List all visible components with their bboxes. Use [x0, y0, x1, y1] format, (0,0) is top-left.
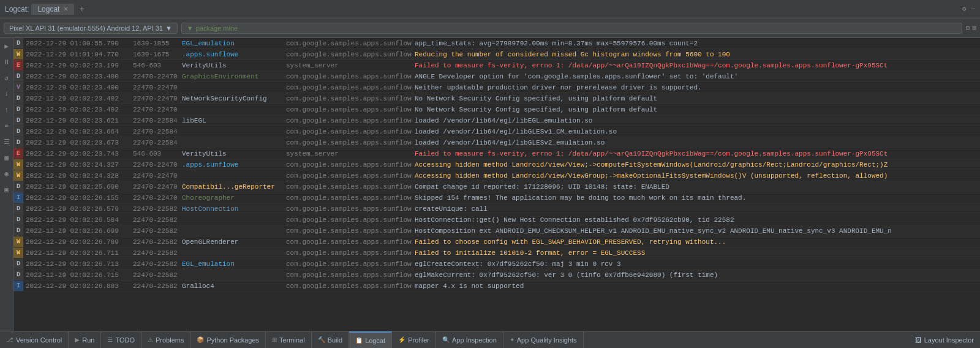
log-level: W: [13, 170, 23, 181]
grid-button[interactable]: ▦: [1, 152, 12, 163]
video-button[interactable]: ▣: [1, 184, 12, 195]
device-selector[interactable]: Pixel XL API 31 (emulator-5554) Android …: [4, 23, 178, 34]
log-tag: Gralloc4: [179, 281, 284, 291]
table-row[interactable]: D 2022-12-29 02:02:23.402 22470-22470 co…: [13, 104, 980, 115]
log-message: createUnique: call: [412, 203, 980, 214]
status-label: TODO: [115, 336, 135, 344]
table-row[interactable]: E 2022-12-29 02:02:23.199 546-603 Verity…: [13, 60, 980, 71]
layout-inspector-button[interactable]: 🖼Layout Inspector: [909, 336, 980, 344]
log-timestamp: 2022-12-29 02:02:23.673: [23, 137, 130, 148]
table-row[interactable]: D 2022-12-29 01:00:55.790 1639-1855 EGL_…: [13, 38, 980, 49]
table-row[interactable]: D 2022-12-29 02:02:26.713 22470-22582 EG…: [13, 259, 980, 270]
table-row[interactable]: W 2022-12-29 02:02:26.709 22470-22582 Op…: [13, 236, 980, 248]
status-icon: ⚡: [398, 336, 405, 343]
log-pid: 546-603: [130, 60, 179, 70]
scroll-down-button[interactable]: ↓: [1, 88, 12, 99]
status-item-python-packages[interactable]: 📦Python Packages: [190, 331, 266, 348]
log-timestamp: 2022-12-29 02:02:23.743: [23, 148, 130, 159]
log-timestamp: 2022-12-29 02:02:24.328: [23, 170, 130, 181]
table-row[interactable]: I 2022-12-29 02:02:26.803 22470-22582 Gr…: [13, 281, 980, 292]
logcat-tab[interactable]: Logcat ✕: [31, 4, 74, 15]
table-row[interactable]: D 2022-12-29 02:02:26.715 22470-22582 co…: [13, 270, 980, 281]
log-pid: 22470-22470: [130, 181, 179, 192]
expand-icon[interactable]: ⊞: [972, 24, 976, 32]
log-area[interactable]: D 2022-12-29 01:00:55.790 1639-1855 EGL_…: [13, 38, 980, 331]
status-item-todo[interactable]: ☰TODO: [101, 331, 141, 348]
table-row[interactable]: W 2022-12-29 02:02:24.327 22470-22470 .a…: [13, 159, 980, 170]
log-level: W: [13, 248, 23, 258]
settings-icon[interactable]: ⚙: [962, 5, 967, 13]
log-timestamp: 2022-12-29 02:02:26.713: [23, 259, 130, 269]
table-row[interactable]: D 2022-12-29 02:02:23.664 22470-22584 co…: [13, 126, 980, 137]
log-pid: 1639-1675: [130, 49, 179, 59]
filter-bar[interactable]: ▼ package:mine: [181, 23, 962, 34]
add-tab-button[interactable]: +: [77, 4, 86, 14]
status-icon: ▶: [75, 336, 80, 343]
log-timestamp: 2022-12-29 02:02:26.155: [23, 192, 130, 203]
log-timestamp: 2022-12-29 01:01:04.770: [23, 49, 130, 59]
table-row[interactable]: I 2022-12-29 02:02:26.155 22470-22470 Ch…: [13, 192, 980, 203]
log-message: HostComposition ext ANDROID_EMU_CHECKSUM…: [412, 225, 980, 236]
table-row[interactable]: D 2022-12-29 02:02:26.579 22470-22582 Ho…: [13, 203, 980, 214]
device-label: Pixel XL API 31 (emulator-5554) Android …: [9, 25, 163, 32]
log-timestamp: 2022-12-29 02:02:26.709: [23, 236, 130, 247]
log-pid: 22470-22470: [130, 192, 179, 203]
table-row[interactable]: D 2022-12-29 02:02:23.621 22470-22584 li…: [13, 115, 980, 126]
table-row[interactable]: W 2022-12-29 02:02:26.711 22470-22582 co…: [13, 248, 980, 259]
log-level: I: [13, 192, 23, 203]
log-level: D: [13, 104, 23, 115]
main-area: ▶ ⏸ ↺ ↓ ↑ ≡ ☰ ▦ ◉ ▣ D 2022-12-29 01:00:5…: [0, 38, 980, 331]
status-icon: 🔍: [442, 336, 450, 343]
tab-close-button[interactable]: ✕: [63, 6, 68, 12]
log-tag: Choreographer: [179, 192, 284, 203]
status-item-build[interactable]: 🔨Build: [312, 331, 349, 348]
log-message: No Network Security Config specified, us…: [412, 93, 980, 104]
refresh-button[interactable]: ↺: [1, 72, 12, 83]
log-level: D: [13, 71, 23, 81]
table-row[interactable]: D 2022-12-29 02:02:23.402 22470-22470 Ne…: [13, 93, 980, 104]
play-button[interactable]: ▶: [1, 40, 12, 51]
status-item-logcat[interactable]: 📋Logcat: [349, 331, 392, 348]
log-tag: [179, 82, 284, 93]
status-item-profiler[interactable]: ⚡Profiler: [392, 331, 436, 348]
table-row[interactable]: D 2022-12-29 02:02:23.673 22470-22584 co…: [13, 137, 980, 148]
table-row[interactable]: D 2022-12-29 02:02:25.690 22470-22470 Co…: [13, 181, 980, 192]
log-pid: 22470-22584: [130, 126, 179, 137]
log-tag: libEGL: [179, 115, 284, 126]
status-label: Logcat: [365, 337, 385, 344]
scroll-up-button[interactable]: ↑: [1, 104, 12, 115]
log-message: Compat change id reported: 171228096; UI…: [412, 181, 980, 192]
table-row[interactable]: V 2022-12-29 02:02:23.400 22470-22470 co…: [13, 82, 980, 93]
table-row[interactable]: W 2022-12-29 01:01:04.770 1639-1675 .app…: [13, 49, 980, 60]
log-level: D: [13, 259, 23, 269]
table-row[interactable]: W 2022-12-29 02:02:24.328 22470-22470 co…: [13, 170, 980, 181]
log-pid: 22470-22470: [130, 159, 179, 170]
pause-button[interactable]: ⏸: [1, 56, 12, 67]
log-pid: 22470-22582: [130, 270, 179, 280]
status-item-problems[interactable]: ⚠Problems: [141, 331, 190, 348]
filter-button[interactable]: ≡: [1, 120, 12, 131]
collapse-icon[interactable]: ⊟: [966, 24, 970, 32]
table-row[interactable]: D 2022-12-29 02:02:23.400 22470-22470 Gr…: [13, 71, 980, 82]
log-timestamp: 2022-12-29 02:02:23.402: [23, 93, 130, 104]
log-timestamp: 2022-12-29 01:00:55.790: [23, 38, 130, 48]
status-item-app-inspection[interactable]: 🔍App Inspection: [436, 331, 503, 348]
camera-button[interactable]: ◉: [1, 168, 12, 179]
status-item-app-quality-insights[interactable]: ✦App Quality Insights: [503, 331, 584, 348]
log-message: HostConnection::get() New Host Connectio…: [412, 214, 980, 225]
log-message: Skipped 154 frames! The application may …: [412, 192, 980, 203]
log-level: D: [13, 126, 23, 137]
minimize-icon[interactable]: —: [971, 5, 975, 13]
list-button[interactable]: ☰: [1, 136, 12, 147]
log-timestamp: 2022-12-29 02:02:25.690: [23, 181, 130, 192]
table-row[interactable]: D 2022-12-29 02:02:26.584 22470-22582 co…: [13, 214, 980, 225]
log-level: D: [13, 214, 23, 225]
table-row[interactable]: E 2022-12-29 02:02:23.743 546-603 Verity…: [13, 148, 980, 159]
status-item-version-control[interactable]: ⎇Version Control: [0, 331, 69, 348]
status-item-terminal[interactable]: ⊞Terminal: [266, 331, 312, 348]
log-pkg: com.google.samples.apps.sunflower: [284, 126, 412, 137]
table-row[interactable]: D 2022-12-29 02:02:26.699 22470-22582 co…: [13, 225, 980, 236]
log-pid: 22470-22582: [130, 236, 179, 247]
log-pkg: com.google.samples.apps.sunflower: [284, 203, 412, 214]
status-item-run[interactable]: ▶Run: [69, 331, 101, 348]
